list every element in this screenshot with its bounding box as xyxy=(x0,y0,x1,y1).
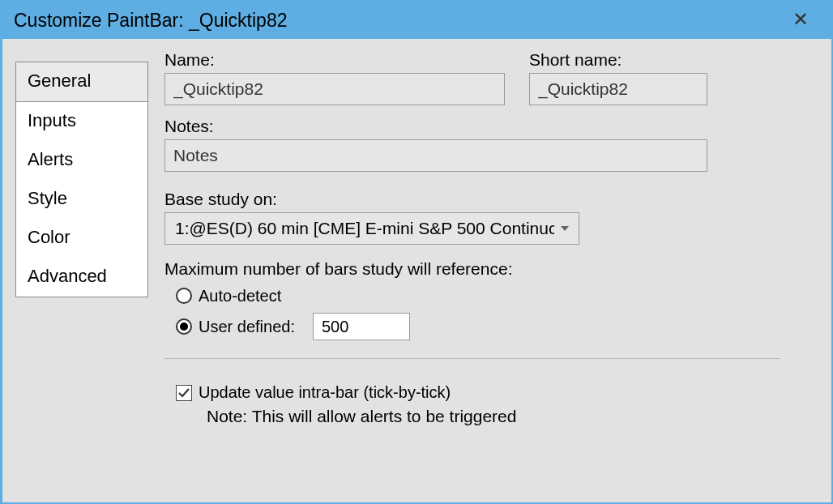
tab-label: General xyxy=(28,70,91,91)
name-input[interactable] xyxy=(164,73,505,105)
content-general: Name: Short name: Notes: Base study on: … xyxy=(164,50,812,502)
base-study-select[interactable]: 1:@ES(D) 60 min [CME] E-mini S&P 500 Con… xyxy=(164,212,579,245)
close-icon[interactable]: ✕ xyxy=(792,10,809,29)
radio-auto-detect[interactable] xyxy=(176,288,192,304)
tab-label: Alerts xyxy=(28,149,73,169)
user-defined-label: User defined: xyxy=(199,318,295,336)
tab-label: Color xyxy=(28,227,70,247)
max-bars-label: Maximum number of bars study will refere… xyxy=(164,259,812,279)
tab-label: Advanced xyxy=(28,266,107,286)
dialog-body: General Inputs Alerts Style Color Advanc… xyxy=(2,39,831,502)
tab-label: Inputs xyxy=(28,110,76,130)
short-name-label: Short name: xyxy=(529,50,707,70)
check-icon xyxy=(177,387,190,399)
radio-user-defined[interactable] xyxy=(176,318,192,335)
short-name-input[interactable] xyxy=(529,73,707,105)
tab-label: Style xyxy=(28,188,67,208)
divider xyxy=(164,358,780,359)
titlebar: Customize PaintBar: _Quicktip82 ✕ xyxy=(2,2,831,39)
base-study-label: Base study on: xyxy=(164,190,812,209)
checkbox-update-intrabar[interactable] xyxy=(176,385,192,401)
dialog-window: Customize PaintBar: _Quicktip82 ✕ Genera… xyxy=(0,0,833,504)
update-intrabar-note: Note: This will allow alerts to be trigg… xyxy=(207,407,812,426)
notes-label: Notes: xyxy=(164,117,707,136)
notes-input[interactable] xyxy=(164,139,707,172)
tab-alerts[interactable]: Alerts xyxy=(16,141,147,180)
tab-inputs[interactable]: Inputs xyxy=(16,102,147,141)
tab-style[interactable]: Style xyxy=(16,180,147,219)
chevron-down-icon xyxy=(561,226,569,231)
tab-color[interactable]: Color xyxy=(16,219,147,258)
user-defined-input[interactable] xyxy=(313,313,410,340)
tab-advanced[interactable]: Advanced xyxy=(16,258,147,297)
tab-list: General Inputs Alerts Style Color Advanc… xyxy=(15,62,148,297)
base-study-value: 1:@ES(D) 60 min [CME] E-mini S&P 500 Con… xyxy=(175,219,554,238)
tab-general[interactable]: General xyxy=(16,62,147,102)
name-label: Name: xyxy=(164,50,505,70)
update-intrabar-label: Update value intra-bar (tick-by-tick) xyxy=(199,383,451,402)
auto-detect-label: Auto-detect xyxy=(199,287,281,305)
window-title: Customize PaintBar: _Quicktip82 xyxy=(14,10,288,32)
